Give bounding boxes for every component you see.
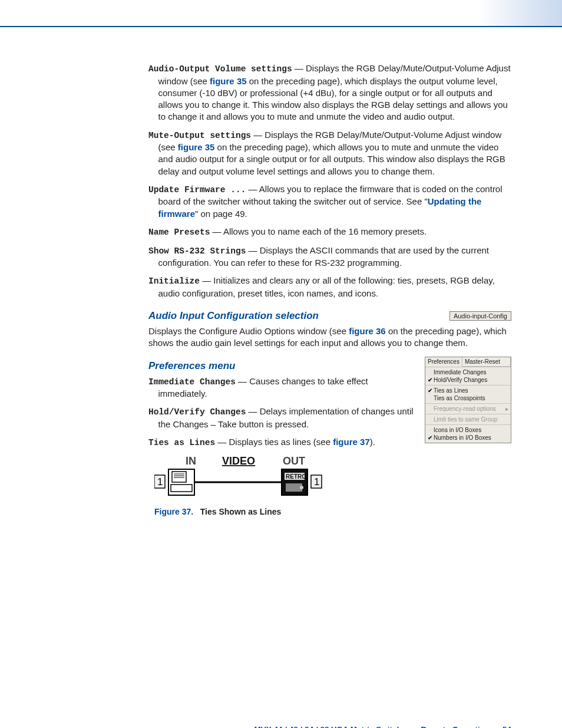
figure-title: Ties Shown as Lines <box>200 507 281 516</box>
link-figure-35[interactable]: figure 35 <box>210 76 247 86</box>
pref-row-label: Hold/Verify Changes <box>434 377 487 383</box>
term: Update Firmware ... <box>148 185 246 195</box>
pref-row-label: Ties as Crosspoints <box>434 395 485 401</box>
term: Show RS-232 Strings <box>148 246 246 256</box>
pref-row[interactable]: ✔Ties as Lines <box>425 387 511 394</box>
pref-row[interactable]: Icons in I/O Boxes <box>425 426 511 434</box>
term: Hold/Verify Changes <box>148 407 246 417</box>
item-name-presets: Name Presets — Allows you to name each o… <box>148 226 511 239</box>
pref-row[interactable]: Immediate Changes <box>425 368 511 376</box>
text: " on page 49. <box>195 209 247 219</box>
figure-37-caption: Figure 37. Ties Shown as Lines <box>154 507 511 516</box>
label-video: VIDEO <box>222 455 255 467</box>
term: Name Presets <box>148 228 210 237</box>
figure-37: IN VIDEO OUT 1 RETRO 1 Figur <box>154 455 511 516</box>
tab-preferences[interactable]: Preferences <box>425 357 462 367</box>
header-gradient-bar <box>0 0 562 27</box>
term: Audio-Output Volume settings <box>148 64 292 74</box>
item-audio-output-volume: Audio-Output Volume settings — Displays … <box>148 62 511 123</box>
link-figure-36[interactable]: figure 36 <box>349 326 386 336</box>
check-icon: ✔ <box>427 434 434 441</box>
pref-row-label: Limit ties to same Group <box>434 416 497 423</box>
in-number: 1 <box>157 476 163 487</box>
text: — Initializes and clears any or all of t… <box>158 275 495 298</box>
link-figure-37[interactable]: figure 37 <box>333 437 370 447</box>
text: — Allows you to name each of the 16 memo… <box>210 226 427 236</box>
pref-row: Limit ties to same Group <box>425 416 511 423</box>
svg-point-4 <box>300 486 303 489</box>
pref-row-label: Numbers in I/O Boxes <box>434 434 491 441</box>
monitor-icon <box>172 472 186 482</box>
footer-page-number: 54 <box>503 725 511 728</box>
pref-row[interactable]: Ties as Crosspoints <box>425 394 511 402</box>
item-initialize: Initialize — Initializes and clears any … <box>148 275 511 299</box>
submenu-arrow-icon: ▸ <box>505 406 508 412</box>
figure-number: Figure 37. <box>154 507 193 516</box>
term: Initialize <box>148 276 200 286</box>
pref-row-label: Icons in I/O Boxes <box>434 427 481 433</box>
term: Immediate Changes <box>148 377 236 387</box>
figure-37-svg: IN VIDEO OUT 1 RETRO 1 <box>154 455 331 501</box>
term: Mute-Output settings <box>148 131 251 140</box>
item-show-rs232: Show RS-232 Strings — Displays the ASCII… <box>148 245 511 269</box>
label-in: IN <box>186 455 196 467</box>
pref-row-label: Immediate Changes <box>434 369 487 375</box>
pref-row-label: Frequency-read options <box>434 406 496 412</box>
button-audio-input-config[interactable]: Audio-input-Config <box>449 311 511 321</box>
pref-row-label: Ties as Lines <box>434 387 468 394</box>
page-footer: MVX 44 / 48 / 84 / 88 VGA Matrix Switche… <box>254 725 511 728</box>
check-icon: ✔ <box>427 387 434 394</box>
pref-row[interactable]: ✔Hold/Verify Changes <box>425 376 511 384</box>
check-icon: ✔ <box>427 377 434 383</box>
text: Displays the Configure Audio Options win… <box>148 326 349 336</box>
text: ). <box>370 437 375 447</box>
text: — Displays ties as lines (see <box>215 437 333 447</box>
preferences-menu-screenshot: Preferences Master-Reset Immediate Chang… <box>425 357 511 443</box>
link-figure-35[interactable]: figure 35 <box>178 142 215 152</box>
keyboard-icon <box>171 485 192 492</box>
pref-row: Frequency-read options▸ <box>425 405 511 413</box>
term: Ties as Lines <box>148 438 215 447</box>
footer-text: MVX 44 / 48 / 84 / 88 VGA Matrix Switche… <box>254 725 490 728</box>
pref-row[interactable]: ✔Numbers in I/O Boxes <box>425 434 511 442</box>
label-out: OUT <box>283 455 305 467</box>
out-number: 1 <box>314 476 319 487</box>
item-mute-output: Mute-Output settings — Displays the RGB … <box>148 129 511 177</box>
para-audio-input-config: Displays the Configure Audio Options win… <box>148 325 511 350</box>
retro-label: RETRO <box>286 473 306 480</box>
item-update-firmware: Update Firmware ... — Allows you to repl… <box>148 183 511 220</box>
tab-master-reset[interactable]: Master-Reset <box>462 357 511 367</box>
svg-rect-3 <box>286 483 302 492</box>
